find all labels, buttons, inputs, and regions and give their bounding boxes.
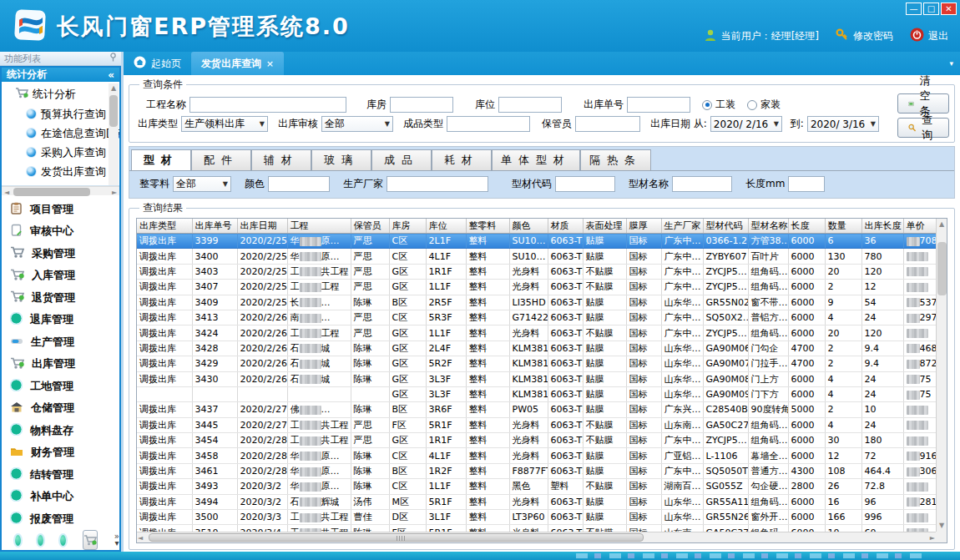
- sidebar-item-入库管理[interactable]: 入库管理: [10, 265, 119, 287]
- column-header[interactable]: 工程: [287, 219, 351, 234]
- column-header[interactable]: 膜厚: [626, 219, 661, 234]
- column-header[interactable]: 材质: [548, 219, 583, 234]
- table-row[interactable]: 调拨出库35002020/3/3工共工程曹佳D区3L1F整料LT3P606063…: [137, 510, 936, 525]
- table-row[interactable]: 调拨出库34612020/2/28华原…陈琳B区1R2F整料F8877FT606…: [137, 463, 936, 478]
- date-from-select[interactable]: 2020/ 2/16▼: [710, 116, 782, 132]
- sidebar-item-项目管理[interactable]: 项目管理: [10, 199, 119, 221]
- sidebar-item-采购管理[interactable]: 采购管理: [10, 243, 119, 265]
- table-row[interactable]: 调拨出库35102020/3/4工共工程陈琳F区5R1F整料光身料6063-T5…: [137, 525, 936, 532]
- cart-shortcut-button[interactable]: [83, 530, 98, 550]
- color-input[interactable]: [268, 176, 330, 192]
- table-row[interactable]: 调拨出库34452020/2/27工共工程严思F区5R1F整料光身料6063-T…: [137, 417, 936, 432]
- sidebar-item-工地管理[interactable]: 工地管理: [10, 376, 119, 398]
- tree-item[interactable]: 发货出库查询: [7, 162, 108, 181]
- tree-horizontal-scrollbar[interactable]: ◄►: [2, 186, 119, 194]
- room-input[interactable]: [390, 97, 453, 113]
- whole-part-select[interactable]: 全部▼: [173, 176, 231, 192]
- radio-gongzhuang[interactable]: 工装: [702, 98, 735, 112]
- tree-item[interactable]: 预算执行查询: [7, 104, 108, 124]
- minimize-button[interactable]: —: [906, 3, 922, 15]
- sidebar-item-出库管理[interactable]: 出库管理: [10, 353, 119, 376]
- column-header[interactable]: 库位: [426, 219, 466, 234]
- change-password-button[interactable]: 修改密码: [836, 28, 893, 44]
- search-button[interactable]: 查 询: [897, 118, 949, 138]
- tab-close-icon[interactable]: ×: [266, 58, 274, 69]
- sidebar-item-补单中心[interactable]: 补单中心: [10, 486, 119, 508]
- column-header[interactable]: 出库长度: [861, 219, 903, 234]
- table-row[interactable]: 调拨出库34242020/2/26工工程严思G区1L1F整料光身料6063-T5…: [137, 325, 936, 341]
- table-row[interactable]: 调拨出库34072020/2/25工工程严思G区1L1F整料光身料6063-T5…: [137, 280, 936, 295]
- radio-jiazhuang[interactable]: 家装: [747, 98, 781, 112]
- audit-select[interactable]: 全部▼: [321, 116, 393, 132]
- material-tab-玻璃[interactable]: 玻璃: [311, 149, 371, 170]
- material-tab-型材[interactable]: 型材: [131, 149, 191, 170]
- factory-input[interactable]: [387, 176, 488, 192]
- product-type-input[interactable]: [447, 116, 530, 132]
- tree-root[interactable]: 统计分析: [7, 85, 108, 104]
- maximize-button[interactable]: □: [923, 3, 939, 15]
- orderno-input[interactable]: [627, 97, 690, 113]
- column-header[interactable]: 出库类型: [137, 219, 192, 234]
- table-row[interactable]: 调拨出库34092020/2/25长…陈琳B区2R5F整料LI35HD6063-…: [137, 295, 936, 310]
- logout-button[interactable]: 退出: [910, 28, 948, 44]
- table-row[interactable]: 调拨出库34582020/2/28华原…陈琳C区4L1F整料光身料6063-T5…: [137, 448, 936, 463]
- shortcut-dot-icon[interactable]: [15, 535, 21, 546]
- sidebar-item-仓储管理[interactable]: 仓储管理: [10, 397, 119, 420]
- material-tab-成品[interactable]: 成品: [371, 149, 432, 170]
- pin-icon[interactable]: [109, 53, 117, 64]
- sidebar-item-审核中心[interactable]: 审核中心: [10, 220, 119, 243]
- date-to-select[interactable]: 2020/ 3/16▼: [807, 116, 879, 132]
- column-header[interactable]: 出库日期: [237, 219, 287, 234]
- grid-vertical-scrollbar[interactable]: ▲ ▼: [936, 219, 947, 532]
- profile-code-input[interactable]: [555, 176, 615, 192]
- column-header[interactable]: 型材代码: [703, 219, 748, 234]
- column-header[interactable]: 型材名称: [748, 219, 788, 234]
- profile-name-input[interactable]: [672, 176, 732, 192]
- length-input[interactable]: [788, 176, 825, 192]
- sidebar-item-退库管理[interactable]: 退库管理: [10, 309, 119, 331]
- keeper-input[interactable]: [575, 116, 640, 132]
- collapse-icon[interactable]: «: [108, 69, 114, 81]
- table-row[interactable]: 调拨出库34292020/2/26石城陈琳G区5R2F整料KLM38176063…: [137, 356, 936, 371]
- column-header[interactable]: 生产厂家: [661, 219, 703, 234]
- sidebar-item-结转管理[interactable]: 结转管理: [10, 464, 119, 487]
- shortcut-dot-icon[interactable]: [38, 535, 43, 546]
- grid-horizontal-scrollbar[interactable]: ◄ ►: [137, 532, 936, 542]
- project-name-input[interactable]: [189, 97, 346, 113]
- column-header[interactable]: 数量: [825, 219, 861, 234]
- table-row[interactable]: 调拨出库34132020/2/26南…严思C区5R3F整料G714226063-…: [137, 310, 936, 325]
- tree-vertical-scrollbar[interactable]: ▲ ▼: [109, 83, 119, 186]
- table-row[interactable]: 调拨出库34942020/3/2石辉城汤伟M区5R1F整料光身料6063-T5贴…: [137, 494, 936, 509]
- table-row[interactable]: 调拨出库34282020/2/26石城陈琳G区2L4F整料KLM38176063…: [137, 341, 936, 356]
- sidebar-item-报废管理[interactable]: 报废管理: [10, 508, 119, 531]
- table-row[interactable]: 调拨出库34542020/2/28工共工程严思G区1R1F整料光身料6063-T…: [137, 433, 936, 448]
- clear-conditions-button[interactable]: 清空条件: [897, 93, 949, 114]
- tab-list-dropdown-icon[interactable]: ▾: [949, 59, 953, 68]
- sidebar-item-物料盘存[interactable]: 物料盘存: [10, 420, 119, 442]
- table-row[interactable]: 调拨出库34932020/3/2华原…陈琳C区1L1F整料黑色塑料不贴膜国标湖南…: [137, 479, 936, 494]
- sidebar-section-header[interactable]: 统计分析 «: [2, 68, 119, 82]
- tab-active-outbound-query[interactable]: 发货出库查询 ×: [191, 52, 284, 75]
- close-button[interactable]: ✕: [941, 3, 957, 15]
- table-row[interactable]: 调拨出库34302020/2/26石城陈琳G区3L3F整料KLM38176063…: [137, 371, 936, 386]
- column-header[interactable]: 长度: [788, 219, 825, 234]
- column-header[interactable]: 整零料: [466, 219, 509, 234]
- tree-item[interactable]: 采购入库查询: [7, 143, 108, 162]
- column-header[interactable]: 出库单号: [192, 219, 237, 234]
- sidebar-item-生产管理[interactable]: 生产管理: [10, 331, 119, 354]
- table-row[interactable]: 调拨出库34002020/2/25华原…严思C区4L1F整料SU10…6063-…: [137, 249, 936, 264]
- material-tab-配件[interactable]: 配件: [191, 149, 251, 170]
- material-tab-耗材[interactable]: 耗材: [432, 149, 492, 170]
- shortcut-dot-icon[interactable]: [60, 535, 66, 546]
- material-tab-辅材[interactable]: 辅材: [251, 149, 311, 170]
- out-type-select[interactable]: 生产领料出库▼: [181, 116, 268, 132]
- column-header[interactable]: 保管员: [351, 219, 389, 234]
- table-row[interactable]: 调拨出库34032020/2/25工共工程严思G区1R1F整料光身料6063-T…: [137, 264, 936, 279]
- column-header[interactable]: 表面处理: [583, 219, 626, 234]
- column-header[interactable]: 颜色: [509, 219, 548, 234]
- column-header[interactable]: 单价: [903, 219, 936, 234]
- table-row[interactable]: 调拨出库34372020/2/27佛…陈琳B区3R6F整料PW056063-T5…: [137, 402, 936, 417]
- loc-input[interactable]: [498, 97, 562, 113]
- material-tab-单体型材[interactable]: 单体型材: [492, 149, 580, 170]
- tab-home[interactable]: 起始页: [124, 52, 191, 75]
